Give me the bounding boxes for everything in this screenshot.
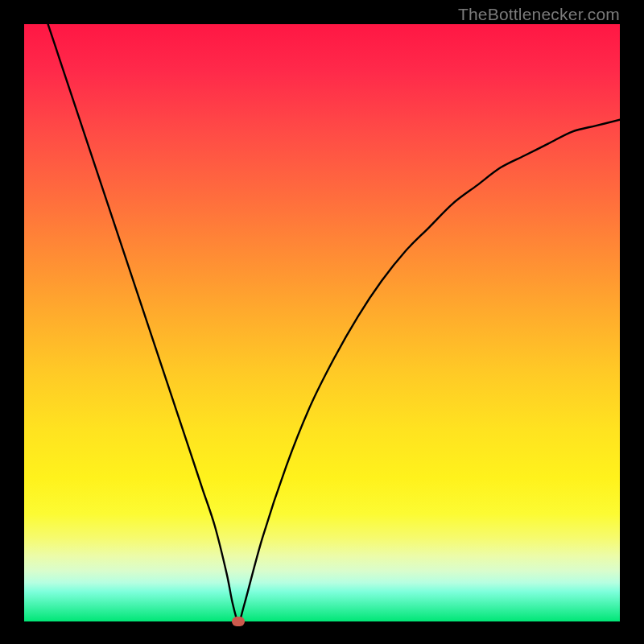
optimal-point-marker bbox=[232, 617, 245, 626]
chart-frame: TheBottlenecker.com bbox=[0, 0, 644, 644]
chart-gradient-background bbox=[24, 24, 620, 621]
credit-label: TheBottlenecker.com bbox=[458, 5, 620, 24]
